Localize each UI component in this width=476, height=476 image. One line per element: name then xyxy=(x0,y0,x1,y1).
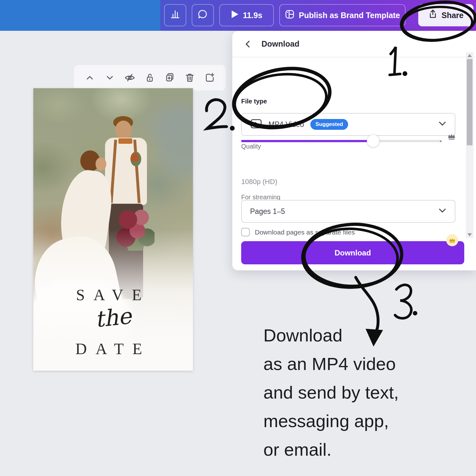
panel-header: Download xyxy=(232,31,476,57)
suggested-badge: Suggested xyxy=(310,119,348,130)
delete-page-icon[interactable] xyxy=(184,72,195,83)
play-button[interactable]: 11.9s xyxy=(219,4,274,26)
video-file-icon xyxy=(250,119,262,130)
comments-button[interactable] xyxy=(192,4,214,26)
chevron-down-icon xyxy=(438,121,446,128)
caption-line: as an MP4 video xyxy=(263,350,399,378)
publish-label: Publish as Brand Template xyxy=(299,11,400,20)
panel-scrollbar[interactable] xyxy=(466,52,473,238)
caption-line: messaging app, xyxy=(263,407,399,435)
share-label: Share xyxy=(441,11,463,20)
brand-template-icon xyxy=(285,9,295,21)
duplicate-page-icon[interactable] xyxy=(164,72,175,83)
premium-crown-icon xyxy=(447,133,456,142)
separate-files-row[interactable]: Download pages as separate files xyxy=(241,228,355,236)
scroll-up-arrow-icon[interactable] xyxy=(467,54,472,57)
quality-value: 1080p (HD) xyxy=(241,178,277,186)
download-panel: Download File type MP4 Video Suggested Q… xyxy=(232,31,476,270)
scroll-down-arrow-icon[interactable] xyxy=(467,233,472,236)
stats-icon xyxy=(170,9,181,22)
separate-files-label: Download pages as separate files xyxy=(255,228,355,236)
pages-dropdown[interactable]: Pages 1–5 xyxy=(241,200,455,223)
file-type-dropdown[interactable]: MP4 Video Suggested xyxy=(241,113,455,136)
share-upload-icon xyxy=(428,9,438,21)
play-icon xyxy=(231,10,239,21)
hide-page-icon[interactable] xyxy=(124,72,136,83)
add-page-icon[interactable] xyxy=(204,72,215,83)
move-page-up-icon[interactable] xyxy=(84,72,96,83)
caption-line: or email. xyxy=(263,435,399,464)
tutorial-caption: Download as an MP4 video and send by tex… xyxy=(263,321,399,464)
unlock-icon[interactable] xyxy=(144,72,155,83)
toolbar-blue-segment xyxy=(0,0,160,31)
slider-end-dot xyxy=(440,140,442,142)
slider-fill xyxy=(241,140,368,142)
duration-label: 11.9s xyxy=(243,11,262,20)
publish-brand-template-button[interactable]: Publish as Brand Template xyxy=(279,4,406,26)
separate-files-checkbox[interactable] xyxy=(241,228,250,236)
file-type-label: File type xyxy=(241,98,267,105)
step2-number xyxy=(207,100,227,129)
slider-thumb[interactable] xyxy=(367,135,380,147)
back-chevron-icon[interactable] xyxy=(244,40,253,48)
caption-line: Download xyxy=(263,321,399,350)
panel-title: Download xyxy=(261,39,299,49)
top-toolbar: 11.9s Publish as Brand Template Share xyxy=(0,0,476,31)
pages-value: Pages 1–5 xyxy=(250,207,285,216)
scrollbar-thumb[interactable] xyxy=(467,59,473,145)
caption-line: and send by text, xyxy=(263,378,399,407)
share-button[interactable]: Share xyxy=(418,4,473,26)
chevron-down-icon xyxy=(438,208,446,215)
move-page-down-icon[interactable] xyxy=(104,72,116,83)
quality-slider[interactable] xyxy=(241,135,441,147)
insights-button[interactable] xyxy=(164,4,186,26)
download-button[interactable]: Download xyxy=(241,241,464,264)
step3-number xyxy=(395,285,411,318)
design-page-canvas[interactable]: SAVE the DATE xyxy=(33,88,193,371)
design-title-date: DATE xyxy=(33,340,193,358)
canva-editor-screenshot: 11.9s Publish as Brand Template Share xyxy=(0,0,476,476)
premium-crown-badge xyxy=(446,234,458,246)
comment-icon xyxy=(197,9,208,22)
file-type-value: MP4 Video xyxy=(268,120,304,129)
page-controls-toolbar xyxy=(74,65,226,90)
